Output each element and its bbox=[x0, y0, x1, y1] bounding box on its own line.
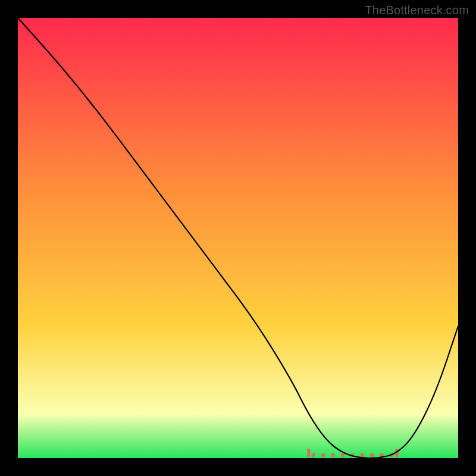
svg-rect-8 bbox=[370, 453, 374, 457]
gradient-background bbox=[18, 18, 458, 458]
watermark-text: TheBottleneck.com bbox=[365, 4, 469, 17]
chart-svg bbox=[18, 18, 458, 458]
svg-rect-0 bbox=[307, 449, 310, 457]
svg-rect-5 bbox=[341, 453, 345, 457]
svg-rect-3 bbox=[321, 453, 325, 457]
svg-rect-2 bbox=[312, 453, 315, 457]
chart-container bbox=[18, 18, 458, 458]
svg-rect-7 bbox=[361, 453, 364, 457]
svg-rect-4 bbox=[331, 453, 335, 457]
